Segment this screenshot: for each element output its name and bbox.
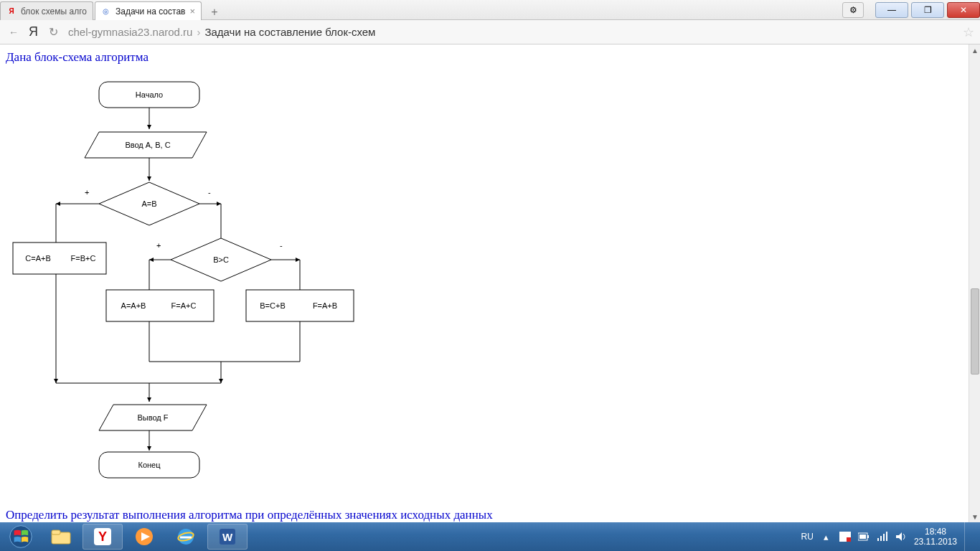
flow-input: Ввод A, B, C xyxy=(125,141,170,149)
media-player-icon xyxy=(134,527,154,547)
favicon-site: ◎ xyxy=(101,6,111,17)
taskbar: Y W RU ▴ 18:48 23.11.2013 xyxy=(0,522,980,551)
flow-minus1: - xyxy=(208,188,211,197)
page-heading: Дана блок-схема алгоритма xyxy=(6,50,963,65)
task-ie[interactable] xyxy=(166,524,206,550)
flow-plus2: + xyxy=(156,241,161,250)
yandex-browser-icon: Y xyxy=(93,527,113,547)
tab-title: блок схемы алго xyxy=(21,6,87,17)
windows-logo-icon xyxy=(9,524,33,549)
address-separator: › xyxy=(197,26,200,38)
volume-icon[interactable] xyxy=(895,531,907,542)
tab-title: Задачи на состав xyxy=(116,6,185,17)
task-word[interactable]: W xyxy=(207,524,248,550)
gear-icon: ⚙ xyxy=(849,5,857,15)
scroll-up-icon[interactable]: ▲ xyxy=(969,44,980,56)
flow-start: Начало xyxy=(136,90,163,99)
time: 18:48 xyxy=(914,527,957,537)
system-tray: RU ▴ 18:48 23.11.2013 xyxy=(801,522,980,551)
show-desktop-button[interactable] xyxy=(964,522,971,551)
maximize-button[interactable]: ❐ xyxy=(911,2,944,18)
toolbar: ← Я ↻ chel-gymnasia23.narod.ru › Задачи … xyxy=(0,20,980,44)
tray-up-icon[interactable]: ▴ xyxy=(821,531,832,542)
svg-rect-45 xyxy=(883,534,885,541)
settings-button[interactable]: ⚙ xyxy=(842,2,864,18)
folder-icon xyxy=(50,528,72,545)
yandex-logo[interactable]: Я xyxy=(29,24,38,39)
svg-rect-43 xyxy=(877,538,879,541)
vertical-scrollbar[interactable]: ▲ ▼ xyxy=(969,44,980,522)
lang-indicator[interactable]: RU xyxy=(801,532,814,542)
close-icon: ✕ xyxy=(960,5,967,15)
svg-rect-44 xyxy=(880,536,882,541)
flow-output: Вывод F xyxy=(137,413,168,422)
window-controls: ⚙ — ❐ ✕ xyxy=(842,0,980,19)
wifi-icon[interactable] xyxy=(877,531,888,542)
task-browser[interactable]: Y xyxy=(83,524,123,550)
favicon-yandex: Я xyxy=(6,6,17,17)
tab-inactive[interactable]: Я блок схемы алго xyxy=(0,1,93,20)
flow-cond2: B>C xyxy=(213,255,229,264)
flow-left2: F=B+C xyxy=(71,254,96,263)
flowchart-svg: Начало Ввод A, B, C A=B + - C=A xyxy=(6,67,379,498)
close-button[interactable]: ✕ xyxy=(947,2,980,18)
flow-minus2: - xyxy=(280,241,283,250)
svg-marker-47 xyxy=(896,532,902,541)
svg-rect-29 xyxy=(52,530,60,534)
svg-point-27 xyxy=(10,526,32,548)
flow-cond1: A=B xyxy=(141,199,156,208)
page-content: Дана блок-схема алгоритма Начало Ввод A,… xyxy=(0,44,969,522)
flow-plus1: + xyxy=(85,188,89,197)
flow-mid2: F=A+C xyxy=(171,301,197,310)
minimize-icon: — xyxy=(887,5,896,15)
tabstrip: Я блок схемы алго ◎ Задачи на состав × + xyxy=(0,0,223,20)
flow-left1: C=A+B xyxy=(25,254,50,263)
scroll-down-icon[interactable]: ▼ xyxy=(969,511,980,522)
svg-rect-46 xyxy=(886,532,887,541)
maximize-icon: ❐ xyxy=(924,5,932,15)
clock[interactable]: 18:48 23.11.2013 xyxy=(914,527,957,547)
address-domain: chel-gymnasia23.narod.ru xyxy=(68,26,192,38)
flow-end: Конец xyxy=(138,461,161,469)
battery-icon[interactable] xyxy=(858,531,870,542)
address-page: Задачи на составление блок-схем xyxy=(204,26,375,38)
minimize-button[interactable]: — xyxy=(875,2,908,18)
tab-active[interactable]: ◎ Задачи на состав × xyxy=(95,1,202,20)
titlebar: Я блок схемы алго ◎ Задачи на состав × +… xyxy=(0,0,980,20)
flow-mid1: A=A+B xyxy=(121,301,146,310)
bookmark-star-icon[interactable]: ☆ xyxy=(963,24,974,40)
back-icon: ← xyxy=(9,27,19,38)
tab-close-icon[interactable]: × xyxy=(189,6,195,17)
page-viewport: Дана блок-схема алгоритма Начало Ввод A,… xyxy=(0,44,969,522)
flow-right2: F=A+B xyxy=(313,301,337,310)
address-bar[interactable]: chel-gymnasia23.narod.ru › Задачи на сос… xyxy=(68,24,974,40)
flow-right1: B=C+B xyxy=(260,301,285,310)
svg-text:W: W xyxy=(222,531,233,543)
scroll-thumb[interactable] xyxy=(971,288,979,375)
svg-rect-42 xyxy=(859,534,866,539)
task-explorer[interactable] xyxy=(41,524,81,550)
ie-icon xyxy=(176,527,196,547)
reload-button[interactable]: ↻ xyxy=(45,24,61,40)
start-button[interactable] xyxy=(1,522,40,551)
back-button[interactable]: ← xyxy=(6,24,22,40)
svg-text:Y: Y xyxy=(98,529,107,544)
page-heading-bottom: Определить результат выполнения алгоритм… xyxy=(6,508,963,522)
reload-icon: ↻ xyxy=(49,25,58,39)
svg-rect-39 xyxy=(847,537,851,542)
svg-rect-41 xyxy=(867,535,869,538)
task-media-player[interactable] xyxy=(124,524,164,550)
word-icon: W xyxy=(217,527,237,547)
new-tab-button[interactable]: + xyxy=(206,4,223,20)
flag-icon[interactable] xyxy=(839,531,851,542)
date: 23.11.2013 xyxy=(914,537,957,547)
